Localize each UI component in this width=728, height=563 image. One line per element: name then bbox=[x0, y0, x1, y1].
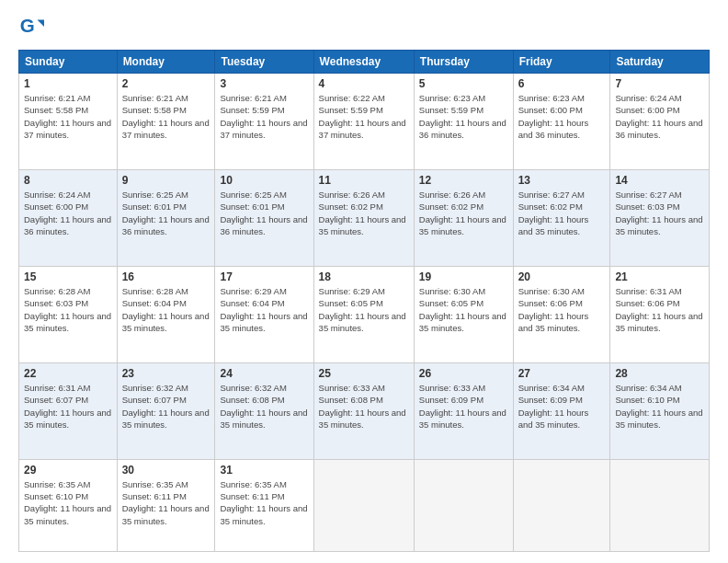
calendar-cell bbox=[414, 459, 513, 551]
calendar-cell: 14 Sunrise: 6:27 AMSunset: 6:03 PMDaylig… bbox=[610, 169, 710, 266]
day-number: 19 bbox=[419, 270, 508, 283]
day-info: Sunrise: 6:27 AMSunset: 6:03 PMDaylight:… bbox=[615, 189, 704, 237]
calendar-cell: 6 Sunrise: 6:23 AMSunset: 6:00 PMDayligh… bbox=[513, 74, 610, 170]
day-number: 20 bbox=[518, 270, 606, 283]
day-number: 25 bbox=[319, 367, 409, 380]
day-number: 12 bbox=[419, 174, 508, 187]
calendar-cell bbox=[313, 459, 414, 551]
day-number: 5 bbox=[419, 77, 508, 90]
logo-icon: G bbox=[18, 15, 44, 40]
day-info: Sunrise: 6:30 AMSunset: 6:05 PMDaylight:… bbox=[419, 285, 508, 334]
day-number: 31 bbox=[220, 464, 308, 477]
calendar-week-row: 1 Sunrise: 6:21 AMSunset: 5:58 PMDayligh… bbox=[19, 74, 710, 170]
weekday-header: Saturday bbox=[610, 51, 710, 74]
calendar-cell: 18 Sunrise: 6:29 AMSunset: 6:05 PMDaylig… bbox=[313, 266, 414, 362]
day-info: Sunrise: 6:25 AMSunset: 6:01 PMDaylight:… bbox=[220, 189, 308, 237]
calendar-cell: 7 Sunrise: 6:24 AMSunset: 6:00 PMDayligh… bbox=[610, 74, 710, 170]
day-info: Sunrise: 6:35 AMSunset: 6:11 PMDaylight:… bbox=[220, 478, 308, 527]
calendar-header-row: SundayMondayTuesdayWednesdayThursdayFrid… bbox=[19, 51, 710, 74]
calendar-cell: 10 Sunrise: 6:25 AMSunset: 6:01 PMDaylig… bbox=[215, 169, 313, 266]
calendar-cell: 3 Sunrise: 6:21 AMSunset: 5:59 PMDayligh… bbox=[215, 74, 313, 170]
calendar-cell: 22 Sunrise: 6:31 AMSunset: 6:07 PMDaylig… bbox=[19, 362, 118, 459]
day-info: Sunrise: 6:29 AMSunset: 6:05 PMDaylight:… bbox=[319, 285, 409, 334]
calendar-cell bbox=[610, 459, 710, 551]
calendar-cell: 9 Sunrise: 6:25 AMSunset: 6:01 PMDayligh… bbox=[117, 169, 215, 266]
day-info: Sunrise: 6:21 AMSunset: 5:58 PMDaylight:… bbox=[122, 92, 210, 141]
weekday-header: Sunday bbox=[19, 51, 118, 74]
day-number: 8 bbox=[24, 174, 112, 187]
calendar-cell: 11 Sunrise: 6:26 AMSunset: 6:02 PMDaylig… bbox=[313, 169, 414, 266]
calendar-cell: 25 Sunrise: 6:33 AMSunset: 6:08 PMDaylig… bbox=[313, 362, 414, 459]
day-number: 15 bbox=[24, 270, 112, 283]
day-info: Sunrise: 6:28 AMSunset: 6:03 PMDaylight:… bbox=[24, 285, 112, 334]
day-info: Sunrise: 6:34 AMSunset: 6:10 PMDaylight:… bbox=[615, 382, 704, 431]
day-number: 7 bbox=[615, 77, 704, 90]
calendar-week-row: 22 Sunrise: 6:31 AMSunset: 6:07 PMDaylig… bbox=[19, 362, 710, 459]
calendar-cell: 19 Sunrise: 6:30 AMSunset: 6:05 PMDaylig… bbox=[414, 266, 513, 362]
calendar-cell: 23 Sunrise: 6:32 AMSunset: 6:07 PMDaylig… bbox=[117, 362, 215, 459]
day-info: Sunrise: 6:31 AMSunset: 6:06 PMDaylight:… bbox=[615, 285, 704, 334]
day-number: 23 bbox=[122, 367, 210, 380]
calendar-week-row: 8 Sunrise: 6:24 AMSunset: 6:00 PMDayligh… bbox=[19, 169, 710, 266]
svg-text:G: G bbox=[20, 15, 35, 36]
day-info: Sunrise: 6:35 AMSunset: 6:11 PMDaylight:… bbox=[122, 478, 210, 527]
weekday-header: Thursday bbox=[414, 51, 513, 74]
calendar-cell: 27 Sunrise: 6:34 AMSunset: 6:09 PMDaylig… bbox=[513, 362, 610, 459]
logo: G bbox=[18, 15, 48, 40]
day-info: Sunrise: 6:30 AMSunset: 6:06 PMDaylight:… bbox=[518, 285, 606, 334]
day-number: 6 bbox=[518, 77, 606, 90]
day-info: Sunrise: 6:32 AMSunset: 6:08 PMDaylight:… bbox=[220, 382, 308, 431]
calendar-cell: 20 Sunrise: 6:30 AMSunset: 6:06 PMDaylig… bbox=[513, 266, 610, 362]
day-info: Sunrise: 6:31 AMSunset: 6:07 PMDaylight:… bbox=[24, 382, 112, 431]
day-info: Sunrise: 6:35 AMSunset: 6:10 PMDaylight:… bbox=[24, 478, 112, 527]
calendar-table: SundayMondayTuesdayWednesdayThursdayFrid… bbox=[18, 50, 710, 552]
calendar-body: 1 Sunrise: 6:21 AMSunset: 5:58 PMDayligh… bbox=[19, 74, 710, 552]
day-info: Sunrise: 6:33 AMSunset: 6:09 PMDaylight:… bbox=[419, 382, 508, 431]
day-number: 13 bbox=[518, 174, 606, 187]
day-number: 9 bbox=[122, 174, 210, 187]
day-number: 22 bbox=[24, 367, 112, 380]
weekday-header: Wednesday bbox=[313, 51, 414, 74]
day-number: 2 bbox=[122, 77, 210, 90]
day-number: 29 bbox=[24, 464, 112, 477]
day-info: Sunrise: 6:34 AMSunset: 6:09 PMDaylight:… bbox=[518, 382, 606, 431]
day-info: Sunrise: 6:23 AMSunset: 6:00 PMDaylight:… bbox=[518, 92, 606, 141]
calendar-cell bbox=[513, 459, 610, 551]
day-info: Sunrise: 6:26 AMSunset: 6:02 PMDaylight:… bbox=[419, 189, 508, 237]
weekday-header: Monday bbox=[117, 51, 215, 74]
day-number: 3 bbox=[220, 77, 308, 90]
day-info: Sunrise: 6:22 AMSunset: 5:59 PMDaylight:… bbox=[319, 92, 409, 141]
day-info: Sunrise: 6:33 AMSunset: 6:08 PMDaylight:… bbox=[319, 382, 409, 431]
day-info: Sunrise: 6:24 AMSunset: 6:00 PMDaylight:… bbox=[24, 189, 112, 237]
calendar-cell: 12 Sunrise: 6:26 AMSunset: 6:02 PMDaylig… bbox=[414, 169, 513, 266]
calendar-week-row: 15 Sunrise: 6:28 AMSunset: 6:03 PMDaylig… bbox=[19, 266, 710, 362]
weekday-header: Tuesday bbox=[215, 51, 313, 74]
day-info: Sunrise: 6:25 AMSunset: 6:01 PMDaylight:… bbox=[122, 189, 210, 237]
day-info: Sunrise: 6:27 AMSunset: 6:02 PMDaylight:… bbox=[518, 189, 606, 237]
day-info: Sunrise: 6:29 AMSunset: 6:04 PMDaylight:… bbox=[220, 285, 308, 334]
day-info: Sunrise: 6:21 AMSunset: 5:59 PMDaylight:… bbox=[220, 92, 308, 141]
day-number: 14 bbox=[615, 174, 704, 187]
day-info: Sunrise: 6:21 AMSunset: 5:58 PMDaylight:… bbox=[24, 92, 112, 141]
calendar-cell: 8 Sunrise: 6:24 AMSunset: 6:00 PMDayligh… bbox=[19, 169, 118, 266]
day-info: Sunrise: 6:24 AMSunset: 6:00 PMDaylight:… bbox=[615, 92, 704, 141]
day-number: 16 bbox=[122, 270, 210, 283]
calendar-cell: 24 Sunrise: 6:32 AMSunset: 6:08 PMDaylig… bbox=[215, 362, 313, 459]
day-info: Sunrise: 6:32 AMSunset: 6:07 PMDaylight:… bbox=[122, 382, 210, 431]
weekday-header: Friday bbox=[513, 51, 610, 74]
calendar-week-row: 29 Sunrise: 6:35 AMSunset: 6:10 PMDaylig… bbox=[19, 459, 710, 551]
calendar-cell: 2 Sunrise: 6:21 AMSunset: 5:58 PMDayligh… bbox=[117, 74, 215, 170]
calendar-cell: 4 Sunrise: 6:22 AMSunset: 5:59 PMDayligh… bbox=[313, 74, 414, 170]
calendar-cell: 31 Sunrise: 6:35 AMSunset: 6:11 PMDaylig… bbox=[215, 459, 313, 551]
calendar-cell: 21 Sunrise: 6:31 AMSunset: 6:06 PMDaylig… bbox=[610, 266, 710, 362]
calendar-cell: 26 Sunrise: 6:33 AMSunset: 6:09 PMDaylig… bbox=[414, 362, 513, 459]
page-header: G bbox=[18, 15, 710, 40]
day-number: 11 bbox=[319, 174, 409, 187]
day-number: 30 bbox=[122, 464, 210, 477]
calendar-cell: 16 Sunrise: 6:28 AMSunset: 6:04 PMDaylig… bbox=[117, 266, 215, 362]
day-number: 1 bbox=[24, 77, 112, 90]
calendar-cell: 17 Sunrise: 6:29 AMSunset: 6:04 PMDaylig… bbox=[215, 266, 313, 362]
day-number: 10 bbox=[220, 174, 308, 187]
day-info: Sunrise: 6:23 AMSunset: 5:59 PMDaylight:… bbox=[419, 92, 508, 141]
calendar-cell: 13 Sunrise: 6:27 AMSunset: 6:02 PMDaylig… bbox=[513, 169, 610, 266]
